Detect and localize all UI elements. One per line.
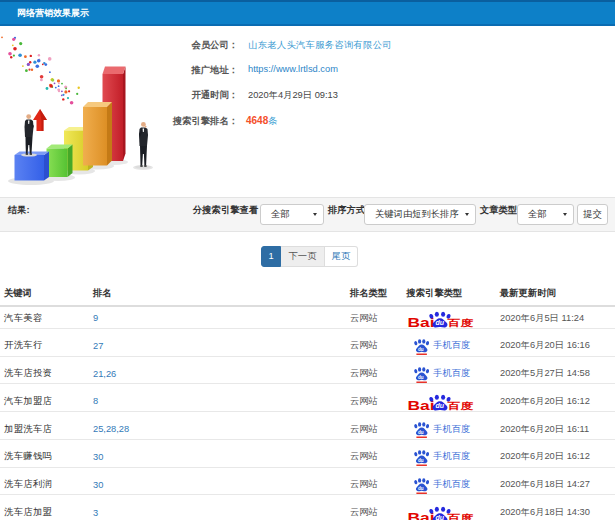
svg-text:du: du	[436, 403, 445, 410]
svg-text:du: du	[418, 486, 424, 491]
svg-text:du: du	[418, 430, 424, 435]
svg-text:du: du	[436, 319, 445, 326]
svg-text:du: du	[418, 458, 424, 463]
svg-text:du: du	[418, 347, 424, 352]
svg-text:百度: 百度	[447, 513, 474, 520]
svg-text:百度: 百度	[447, 318, 474, 328]
svg-text:du: du	[418, 375, 424, 380]
svg-text:百度: 百度	[447, 402, 474, 412]
svg-text:du: du	[436, 514, 445, 520]
